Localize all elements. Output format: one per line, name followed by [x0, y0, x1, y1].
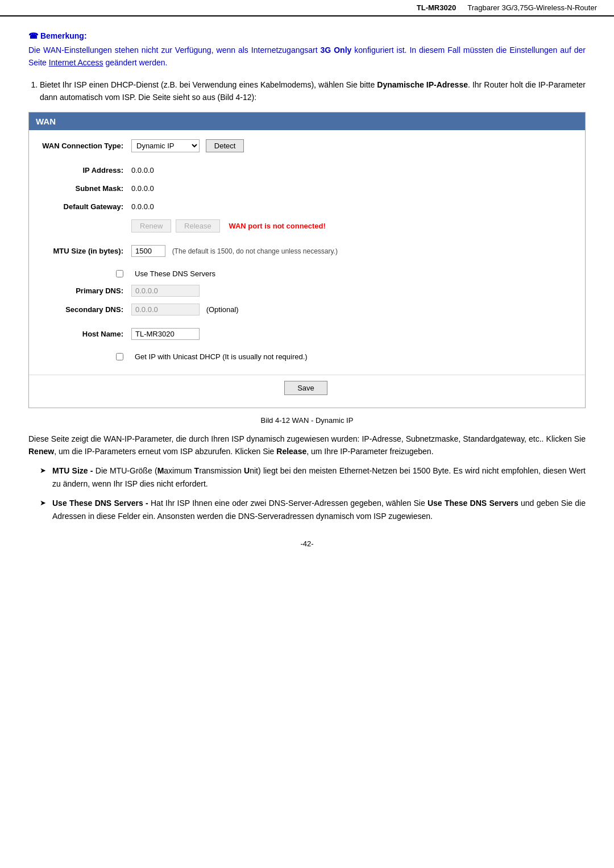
figure-caption: Bild 4-12 WAN - Dynamic IP — [28, 416, 586, 425]
internet-access-link[interactable]: Internet Access — [49, 58, 103, 67]
connection-type-value: Dynamic IP Detect — [131, 139, 574, 152]
default-gateway-row: Default Gateway: 0.0.0.0 — [29, 198, 585, 216]
release-button[interactable]: Release — [176, 219, 220, 232]
mtu-note: (The default is 1500, do not change unle… — [172, 247, 338, 255]
unicast-checkbox-row: Get IP with Unicast DHCP (It is usually … — [29, 349, 585, 364]
ip-address-label: IP Address: — [40, 166, 131, 175]
model-number: TL-MR3020 — [417, 3, 456, 12]
secondary-dns-input[interactable] — [131, 304, 200, 315]
bullet-list: ➤ MTU Size - Die MTU-Größe (Maximum Tran… — [40, 464, 586, 522]
secondary-dns-label: Secondary DNS: — [40, 305, 131, 314]
page-content: ☎ Bemerkung: Die WAN-Einstellungen stehe… — [0, 26, 614, 565]
connection-type-label: WAN Connection Type: — [40, 142, 131, 150]
renew-release-row: Renew Release WAN port is not connected! — [29, 216, 585, 236]
secondary-dns-optional: (Optional) — [206, 305, 239, 314]
mtu-label: MTU Size (in bytes): — [40, 247, 131, 255]
wan-not-connected-text: WAN port is not connected! — [229, 222, 325, 230]
primary-dns-row: Primary DNS: — [29, 281, 585, 300]
dns-servers-checkbox-row: Use These DNS Servers — [29, 266, 585, 281]
wan-table-header: WAN — [29, 113, 585, 130]
default-gateway-value: 0.0.0.0 — [131, 202, 574, 211]
detect-button[interactable]: Detect — [206, 139, 244, 152]
bullet-content-dns: Use These DNS Servers - Hat Ihr ISP Ihne… — [52, 497, 586, 522]
secondary-dns-row: Secondary DNS: (Optional) — [29, 300, 585, 319]
bullet-arrow-1: ➤ — [40, 465, 52, 477]
subnet-mask-label: Subnet Mask: — [40, 184, 131, 193]
save-button[interactable]: Save — [284, 381, 327, 395]
ip-address-row: IP Address: 0.0.0.0 — [29, 161, 585, 180]
host-name-label: Host Name: — [40, 330, 131, 338]
host-name-input[interactable] — [131, 328, 200, 340]
subnet-mask-row: Subnet Mask: 0.0.0.0 — [29, 180, 585, 198]
default-gateway-label: Default Gateway: — [40, 202, 131, 211]
page-number: -42- — [28, 539, 586, 548]
wan-table: WAN WAN Connection Type: Dynamic IP Dete… — [28, 112, 586, 408]
primary-dns-input[interactable] — [131, 285, 200, 297]
note-text: Die WAN-Einstellungen stehen nicht zur V… — [28, 44, 586, 69]
note-box: ☎ Bemerkung: Die WAN-Einstellungen stehe… — [28, 31, 586, 69]
note-icon: ☎ — [28, 31, 38, 40]
subnet-mask-value: 0.0.0.0 — [131, 184, 574, 193]
wan-table-body: WAN Connection Type: Dynamic IP Detect I… — [29, 130, 585, 408]
save-row: Save — [29, 375, 585, 402]
dns-servers-checkbox[interactable] — [116, 270, 123, 277]
dns-bullet-label: Use These DNS Servers - — [52, 499, 148, 508]
note-label: ☎ Bemerkung: — [28, 31, 586, 40]
renew-button[interactable]: Renew — [131, 219, 171, 232]
mtu-row: MTU Size (in bytes): (The default is 150… — [29, 242, 585, 260]
connection-type-row: WAN Connection Type: Dynamic IP Detect — [29, 136, 585, 156]
unicast-checkbox[interactable] — [116, 353, 123, 360]
host-name-row: Host Name: — [29, 325, 585, 343]
ip-address-value: 0.0.0.0 — [131, 166, 574, 175]
mtu-bullet-label: MTU Size - — [52, 466, 93, 475]
bullet-item-mtu: ➤ MTU Size - Die MTU-Größe (Maximum Tran… — [40, 464, 586, 490]
bullet-arrow-2: ➤ — [40, 497, 52, 509]
page-header: TL-MR3020 Tragbarer 3G/3,75G-Wireless-N-… — [0, 0, 614, 16]
mtu-input[interactable] — [131, 245, 165, 257]
list-item-1: Bietet Ihr ISP einen DHCP-Dienst (z.B. b… — [40, 78, 586, 104]
bullet-content-mtu: MTU Size - Die MTU-Größe (Maximum Transm… — [52, 464, 586, 490]
connection-type-select[interactable]: Dynamic IP — [131, 139, 200, 152]
numbered-list: Bietet Ihr ISP einen DHCP-Dienst (z.B. b… — [28, 78, 586, 104]
bullet-item-dns: ➤ Use These DNS Servers - Hat Ihr ISP Ih… — [40, 497, 586, 522]
body-paragraph: Diese Seite zeigt die WAN-IP-Parameter, … — [28, 433, 586, 458]
unicast-label: Get IP with Unicast DHCP (It is usually … — [135, 352, 308, 361]
primary-dns-label: Primary DNS: — [40, 286, 131, 295]
dns-servers-label: Use These DNS Servers — [135, 269, 215, 278]
header-title: Tragbarer 3G/3,75G-Wireless-N-Router — [467, 3, 597, 12]
